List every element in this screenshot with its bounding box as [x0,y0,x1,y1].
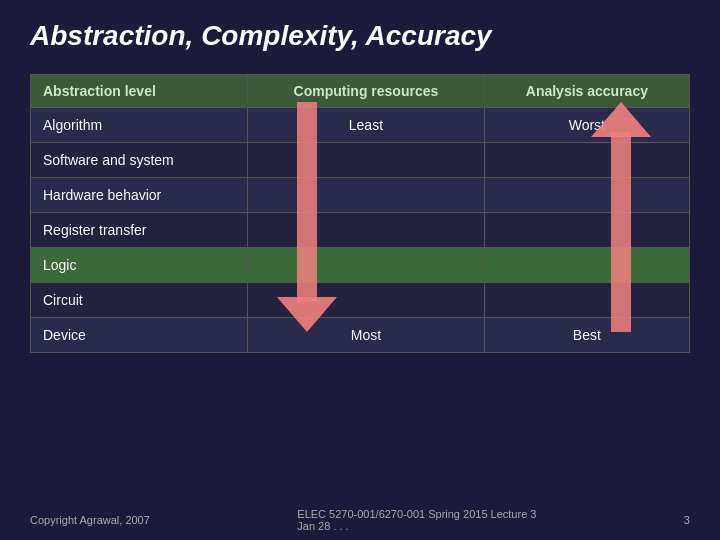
table-row: Algorithm Least Worst [31,108,690,143]
table-row: Software and system [31,143,690,178]
row-1-col2: Least [248,108,485,143]
row-2-col3 [484,143,689,178]
header-computing: Computing resources [248,75,485,108]
row-2-col2 [248,143,485,178]
table-row: Device Most Best [31,318,690,353]
row-2-col1: Software and system [31,143,248,178]
row-1-col3: Worst [484,108,689,143]
page-number: 3 [684,514,690,526]
header-accuracy: Analysis accuracy [484,75,689,108]
row-3-col1: Hardware behavior [31,178,248,213]
row-5-col3 [484,248,689,283]
row-4-col2 [248,213,485,248]
row-7-col1: Device [31,318,248,353]
table-row: Hardware behavior [31,178,690,213]
table-row: Register transfer [31,213,690,248]
row-5-col2 [248,248,485,283]
row-4-col3 [484,213,689,248]
course-text: ELEC 5270-001/6270-001 Spring 2015 Lectu… [297,508,536,532]
row-6-col2 [248,283,485,318]
row-6-col1: Circuit [31,283,248,318]
footer: Copyright Agrawal, 2007 ELEC 5270-001/62… [30,508,690,532]
table-row: Circuit [31,283,690,318]
row-3-col3 [484,178,689,213]
row-7-col3: Best [484,318,689,353]
row-1-col1: Algorithm [31,108,248,143]
header-abstraction: Abstraction level [31,75,248,108]
copyright-text: Copyright Agrawal, 2007 [30,514,150,526]
slide: Abstraction, Complexity, Accuracy Abstra… [0,0,720,540]
row-5-col1: Logic [31,248,248,283]
table-header-row: Abstraction level Computing resources An… [31,75,690,108]
row-4-col1: Register transfer [31,213,248,248]
slide-title: Abstraction, Complexity, Accuracy [30,20,690,52]
row-3-col2 [248,178,485,213]
row-6-col3 [484,283,689,318]
table-row-highlighted: Logic [31,248,690,283]
row-7-col2: Most [248,318,485,353]
abstraction-table: Abstraction level Computing resources An… [30,74,690,353]
